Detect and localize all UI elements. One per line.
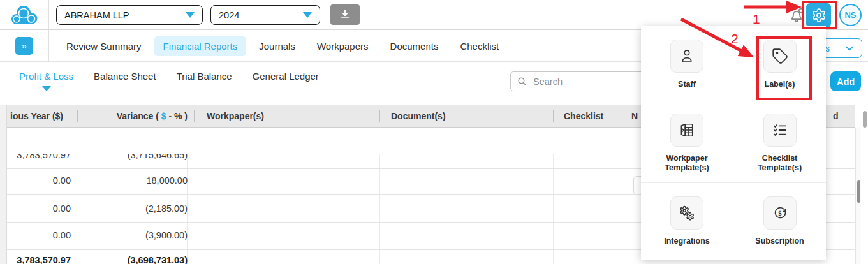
subscription-icon-tile: $ xyxy=(763,196,797,230)
sidebar-expand-cell: » xyxy=(0,30,49,62)
svg-text:$: $ xyxy=(777,209,782,217)
app-screen: { "colors": { "accent": "#29abe2", "anno… xyxy=(0,0,868,264)
table-scrollbar-thumb[interactable] xyxy=(857,180,860,203)
download-icon xyxy=(338,8,352,22)
tab-checklist[interactable]: Checklist xyxy=(451,36,508,56)
cell-total-previous-year: 3,783,570.97 xyxy=(7,256,71,264)
bell-icon xyxy=(787,6,806,25)
cell-variance: (3,900.00) xyxy=(77,231,188,240)
app-logo xyxy=(0,0,49,30)
menu-item-label: Staff xyxy=(650,80,724,89)
spreadsheet-icon xyxy=(679,122,695,138)
menu-item-checklist-templates[interactable]: Checklist Template(s) xyxy=(733,103,826,183)
menu-item-label: Subscription xyxy=(743,237,817,246)
workpaper-templates-icon-tile xyxy=(670,114,703,147)
menu-item-workpaper-templates[interactable]: Workpaper Template(s) xyxy=(641,103,733,183)
column-divider xyxy=(622,110,622,122)
cell-total-variance: (3,698,731.03) xyxy=(77,256,188,264)
checklist-templates-icon-tile xyxy=(763,114,797,147)
client-select-value: ABRAHAM LLP xyxy=(64,10,129,20)
menu-item-subscription[interactable]: $ Subscription xyxy=(733,183,826,260)
col-right-partial: d xyxy=(833,111,839,121)
menu-item-label: Checklist Template(s) xyxy=(743,154,817,173)
subtab-trial-balance[interactable]: Trial Balance xyxy=(177,71,232,91)
column-divider xyxy=(77,110,78,122)
tab-journals[interactable]: Journals xyxy=(250,36,304,56)
menu-item-staff[interactable]: Staff xyxy=(641,26,733,103)
menu-item-labels[interactable]: Label(s) xyxy=(733,26,826,103)
dollar-refresh-icon: $ xyxy=(772,205,788,221)
staff-icon-tile xyxy=(670,40,703,73)
year-select-value: 2024 xyxy=(219,10,239,20)
add-button[interactable]: Add xyxy=(830,71,861,91)
variance-prefix: Variance ( xyxy=(117,111,161,121)
subtab-profit-loss-label: Profit & Loss xyxy=(19,71,73,82)
notifications-button[interactable] xyxy=(787,6,806,25)
gear-icon xyxy=(811,8,827,23)
tab-workpapers[interactable]: Workpapers xyxy=(308,36,378,56)
search-icon xyxy=(517,76,527,87)
menu-item-label: Label(s) xyxy=(743,80,817,89)
settings-menu-panel: Staff Label(s) Workpaper Template(s) xyxy=(641,26,826,260)
labels-icon-tile xyxy=(763,40,797,73)
tab-financial-reports[interactable]: Financial Reports xyxy=(154,36,247,56)
col-variance: Variance ( $ - % ) xyxy=(96,111,188,121)
subtab-profit-loss[interactable]: Profit & Loss xyxy=(19,71,73,91)
cell-variance: (2,185.00) xyxy=(77,204,188,214)
menu-item-integrations[interactable]: Integrations xyxy=(641,183,733,260)
tab-documents[interactable]: Documents xyxy=(381,36,448,56)
download-button[interactable] xyxy=(330,4,360,25)
year-select[interactable]: 2024 xyxy=(210,5,320,25)
page-scrollbar-thumb[interactable] xyxy=(863,111,867,128)
notification-badge xyxy=(799,9,804,13)
variance-suffix: - % ) xyxy=(166,111,188,121)
client-select[interactable]: ABRAHAM LLP xyxy=(56,5,203,25)
col-previous-year: ious Year ($) xyxy=(10,111,63,121)
cell-previous-year: 0.00 xyxy=(7,231,71,240)
subtab-balance-sheet[interactable]: Balance Sheet xyxy=(94,71,156,91)
cell-variance: 18,000.00 xyxy=(77,176,188,186)
chevron-down-icon xyxy=(844,43,855,54)
main-tabs: Review Summary Financial Reports Journal… xyxy=(57,30,508,62)
subtab-general-ledger[interactable]: General Ledger xyxy=(253,71,319,91)
col-notes-partial: N xyxy=(631,111,638,121)
cell-previous-year: 0.00 xyxy=(7,204,71,214)
table-left-gutter xyxy=(0,105,7,264)
column-divider xyxy=(553,110,554,122)
report-tabs: Profit & Loss Balance Sheet Trial Balanc… xyxy=(19,71,319,91)
person-icon xyxy=(679,48,695,64)
settings-button[interactable] xyxy=(806,3,831,27)
tab-review-summary[interactable]: Review Summary xyxy=(57,36,151,56)
column-divider xyxy=(379,110,380,122)
cell-previous-year: 0.00 xyxy=(7,176,71,186)
cloud-logo-icon xyxy=(10,4,39,26)
menu-item-label: Workpaper Template(s) xyxy=(650,154,724,173)
tag-icon xyxy=(772,48,788,64)
expand-sidebar-button[interactable]: » xyxy=(15,37,33,55)
chevron-down-icon xyxy=(186,12,195,18)
col-workpapers: Workpaper(s) xyxy=(207,111,264,121)
table-scrollbar-track[interactable] xyxy=(855,128,861,264)
avatar-initials: NS xyxy=(844,10,856,20)
labels-filter-value: s xyxy=(825,43,830,54)
integrations-icon-tile xyxy=(670,196,703,230)
col-documents: Document(s) xyxy=(391,111,446,121)
user-avatar[interactable]: NS xyxy=(839,4,862,26)
active-subtab-caret-icon xyxy=(42,86,51,91)
variance-dollar: $ xyxy=(161,111,166,121)
column-divider xyxy=(194,110,195,122)
col-checklist: Checklist xyxy=(564,111,603,121)
gears-icon xyxy=(679,205,695,221)
chevron-down-icon xyxy=(303,12,312,18)
checklist-icon xyxy=(772,122,788,138)
menu-item-label: Integrations xyxy=(650,237,724,246)
